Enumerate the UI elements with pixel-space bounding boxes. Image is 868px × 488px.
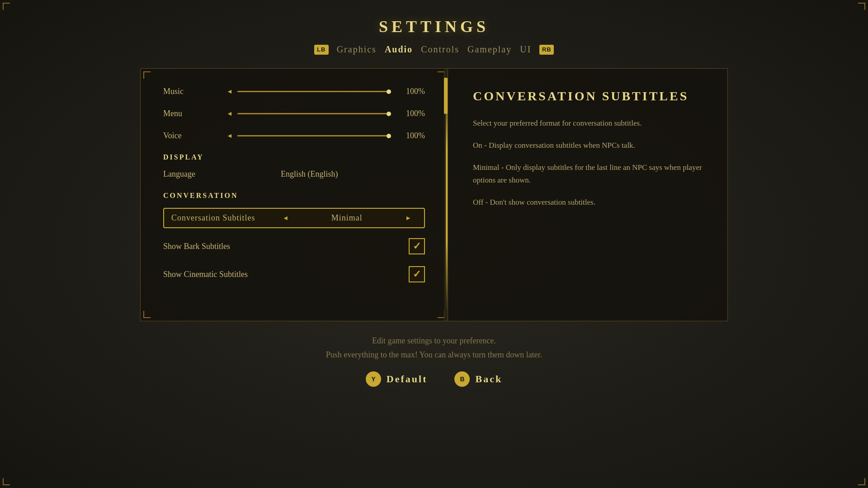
scrollbar-thumb[interactable]	[444, 78, 448, 114]
tab-graphics[interactable]: Graphics	[337, 44, 377, 55]
bark-subtitles-checkbox[interactable]: ✓	[409, 238, 425, 254]
footer-hint: Edit game settings to your preference. P…	[326, 334, 542, 361]
default-button-label: Default	[387, 373, 428, 385]
cinematic-subtitles-checkbox[interactable]: ✓	[409, 266, 425, 282]
voice-track[interactable]	[237, 135, 389, 136]
tab-gameplay[interactable]: Gameplay	[467, 44, 512, 55]
voice-slider-row: Voice ◄ 100%	[163, 131, 425, 141]
music-arrow-left[interactable]: ◄	[226, 88, 233, 95]
conversation-subtitles-label: Conversation Subtitles	[171, 213, 277, 223]
conversation-section-label: CONVERSATION	[163, 192, 425, 200]
cinematic-subtitles-row: Show Cinematic Subtitles ✓	[163, 266, 425, 282]
default-button[interactable]: Y Default	[366, 371, 428, 387]
footer-hint-line2: Push everything to the max! You can alwa…	[326, 348, 542, 362]
voice-label: Voice	[163, 131, 226, 141]
menu-track[interactable]	[237, 113, 389, 114]
tab-audio[interactable]: Audio	[385, 44, 413, 55]
music-label: Music	[163, 87, 226, 96]
menu-slider-row: Menu ◄ 100%	[163, 109, 425, 118]
header: SETTINGS	[379, 0, 489, 36]
conversation-subtitles-selector[interactable]: Conversation Subtitles ◄ Minimal ►	[163, 208, 425, 228]
bark-subtitles-checkmark: ✓	[413, 240, 421, 252]
music-slider-control: ◄ 100%	[226, 87, 425, 96]
back-button-badge: B	[454, 371, 470, 387]
lb-button[interactable]: LB	[314, 45, 329, 55]
menu-arrow-left[interactable]: ◄	[226, 110, 233, 117]
left-panel: Music ◄ 100% Menu ◄	[140, 68, 448, 321]
footer-buttons: Y Default B Back	[326, 371, 542, 387]
voice-slider-control: ◄ 100%	[226, 131, 425, 141]
back-button-label: Back	[475, 373, 502, 385]
conversation-subtitles-row: Conversation Subtitles ◄ Minimal ►	[163, 208, 425, 228]
music-value: 100%	[393, 87, 425, 96]
right-panel: CONVERSATION SUBTITLES Select your prefe…	[448, 68, 728, 321]
voice-value: 100%	[393, 131, 425, 141]
language-row: Language English (English)	[163, 169, 425, 179]
menu-slider-control: ◄ 100%	[226, 109, 425, 118]
menu-label: Menu	[163, 109, 226, 118]
main-content: Music ◄ 100% Menu ◄	[140, 68, 728, 321]
language-value: English (English)	[281, 169, 338, 179]
footer: Edit game settings to your preference. P…	[326, 321, 542, 396]
menu-value: 100%	[393, 109, 425, 118]
music-slider-row: Music ◄ 100%	[163, 87, 425, 96]
detail-para-2: On - Display conversation subtitles when…	[473, 139, 703, 151]
conversation-subtitles-value: Minimal	[294, 213, 400, 223]
conversation-subtitles-arrow-left[interactable]: ◄	[283, 215, 289, 222]
cinematic-subtitles-checkmark: ✓	[413, 268, 421, 280]
voice-arrow-left[interactable]: ◄	[226, 132, 233, 140]
page-title: SETTINGS	[379, 17, 489, 36]
tab-navigation: LB Graphics Audio Controls Gameplay UI R…	[314, 44, 554, 55]
tab-controls[interactable]: Controls	[421, 44, 459, 55]
language-label: Language	[163, 169, 281, 179]
bark-subtitles-label: Show Bark Subtitles	[163, 242, 409, 251]
detail-para-3: Minimal - Only display subtitles for the…	[473, 161, 703, 186]
bark-subtitles-row: Show Bark Subtitles ✓	[163, 238, 425, 254]
cinematic-subtitles-label: Show Cinematic Subtitles	[163, 270, 409, 279]
tab-ui[interactable]: UI	[520, 44, 531, 55]
detail-title: CONVERSATION SUBTITLES	[473, 89, 703, 103]
default-button-badge: Y	[366, 371, 381, 387]
scrollbar-track[interactable]	[444, 69, 448, 321]
footer-hint-line1: Edit game settings to your preference.	[326, 334, 542, 348]
rb-button[interactable]: RB	[539, 45, 554, 55]
music-track[interactable]	[237, 91, 389, 92]
detail-para-1: Select your preferred format for convers…	[473, 117, 703, 129]
detail-para-4: Off - Don't show conversation subtitles.	[473, 196, 703, 208]
back-button[interactable]: B Back	[454, 371, 502, 387]
display-section-label: DISPLAY	[163, 153, 425, 161]
conversation-subtitles-arrow-right[interactable]: ►	[405, 215, 411, 222]
